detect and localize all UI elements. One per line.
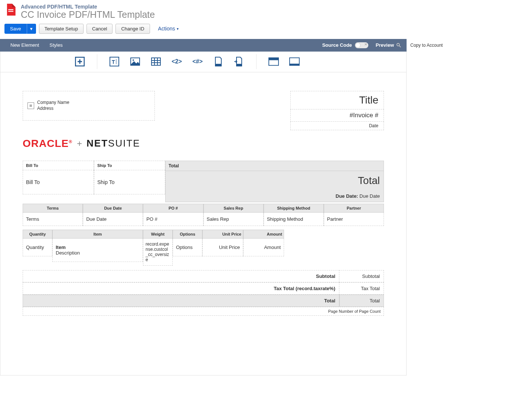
shipping-method-value[interactable]: Shipping Method	[264, 213, 324, 226]
ship-to-value[interactable]: Ship To	[94, 170, 165, 194]
insert-image-icon[interactable]	[130, 56, 140, 67]
insert-block-icon[interactable]	[75, 56, 85, 67]
footer-layout-icon[interactable]	[289, 56, 300, 67]
pdf-file-icon	[5, 4, 16, 16]
item-value[interactable]: ItemDescription	[52, 239, 143, 262]
sales-rep-header: Sales Rep	[203, 204, 264, 213]
tab-styles[interactable]: Styles	[44, 39, 68, 52]
insert-number-tag-icon[interactable]: <#>	[192, 56, 203, 67]
company-address-field: Address	[37, 106, 69, 112]
magnify-icon[interactable]	[396, 43, 401, 48]
po-header: PO #	[143, 204, 203, 213]
unit-price-header: Unit Price	[202, 230, 243, 239]
amount-header: Amount	[243, 230, 284, 239]
po-value[interactable]: PO #	[143, 213, 203, 226]
subtotal-label: Subtotal	[23, 270, 339, 282]
company-name-field: Company Name	[37, 100, 69, 106]
header-layout-icon[interactable]	[268, 56, 279, 67]
weight-value[interactable]: record.expense.custcol_cc_oversize	[143, 239, 173, 266]
source-code-label: Source Code	[322, 42, 352, 48]
qty-header: Quantity	[23, 230, 52, 239]
bill-to-header: Bill To	[23, 161, 94, 170]
save-button[interactable]: Save	[4, 24, 27, 34]
bill-to-value[interactable]: Bill To	[23, 170, 94, 194]
options-value[interactable]: Options	[173, 239, 202, 256]
page-number-field[interactable]: Page Number of Page Count	[23, 307, 384, 316]
change-id-button[interactable]: Change ID	[115, 24, 150, 34]
doc-title-field[interactable]: Title	[290, 91, 384, 109]
unit-price-value[interactable]: Unit Price	[202, 239, 243, 256]
source-code-toggle[interactable]	[355, 42, 368, 48]
grand-total-label: Total	[23, 295, 339, 307]
insert-heading-level-icon[interactable]: <2>	[172, 56, 182, 67]
due-date-header: Due Date	[83, 204, 143, 213]
tab-new-element[interactable]: New Element	[5, 39, 44, 52]
page-icon[interactable]	[213, 56, 224, 67]
company-block[interactable]: ▦ Company Name Address	[23, 91, 155, 121]
partner-header: Partner	[324, 204, 384, 213]
tax-label: Tax Total (record.taxrate%)	[23, 282, 339, 295]
date-field[interactable]: Date	[290, 122, 384, 130]
svg-rect-12	[151, 58, 160, 65]
ship-to-header: Ship To	[94, 161, 165, 170]
template-setup-button[interactable]: Template Setup	[39, 24, 84, 34]
svg-rect-1	[8, 11, 13, 12]
save-dropdown[interactable]: ▾	[27, 24, 36, 34]
svg-point-11	[133, 59, 134, 61]
svg-rect-23	[290, 64, 299, 66]
svg-rect-0	[8, 9, 13, 10]
total-big-value[interactable]: Total	[169, 175, 380, 187]
brand-logo-row: ORACLE® + NETSUITE	[23, 138, 384, 150]
svg-point-2	[397, 43, 400, 46]
logo-placeholder-icon: ▦	[27, 102, 34, 109]
weight-header: Weight	[143, 230, 173, 239]
plus-icon: +	[77, 138, 82, 149]
due-date-line[interactable]: Due Date: Due Date	[169, 193, 380, 199]
subtotal-value[interactable]: Subtotal	[339, 270, 384, 282]
actions-menu[interactable]: Actions▾	[158, 26, 179, 32]
options-header: Options	[173, 230, 202, 239]
amount-value[interactable]: Amount	[243, 239, 284, 256]
tax-value[interactable]: Tax Total	[339, 282, 384, 295]
page-break-icon[interactable]	[234, 56, 244, 67]
svg-text:T: T	[112, 59, 115, 65]
grand-total-value[interactable]: Total	[339, 295, 384, 307]
page-title: CC Invoice PDF/HTML Template	[21, 10, 155, 20]
oracle-logo: ORACLE®	[23, 138, 72, 150]
page-subtitle: Advanced PDF/HTML Template	[21, 4, 155, 10]
insert-table-icon[interactable]	[151, 56, 161, 67]
copy-to-account-link[interactable]: Copy to Account	[407, 39, 446, 52]
invoice-number-field[interactable]: #Invoice #	[290, 109, 384, 122]
due-date-value[interactable]: Due Date	[83, 213, 143, 226]
total-header: Total	[165, 161, 384, 171]
svg-rect-21	[269, 58, 278, 60]
sales-rep-value[interactable]: Sales Rep	[203, 213, 264, 226]
svg-line-3	[399, 45, 401, 47]
template-canvas[interactable]: ▦ Company Name Address Title #Invoice # …	[0, 72, 407, 375]
terms-value[interactable]: Terms	[23, 213, 83, 226]
svg-rect-18	[237, 64, 242, 66]
preview-label[interactable]: Preview	[376, 42, 394, 48]
partner-value[interactable]: Partner	[324, 213, 384, 226]
terms-header: Terms	[23, 204, 83, 213]
insert-text-icon[interactable]: T	[109, 56, 120, 67]
netsuite-logo: NETSUITE	[87, 138, 140, 149]
shipping-method-header: Shipping Method	[264, 204, 324, 213]
cancel-button[interactable]: Cancel	[87, 24, 113, 34]
item-header: Item	[52, 230, 143, 239]
qty-value[interactable]: Quantity	[23, 239, 52, 256]
svg-rect-17	[215, 64, 221, 66]
